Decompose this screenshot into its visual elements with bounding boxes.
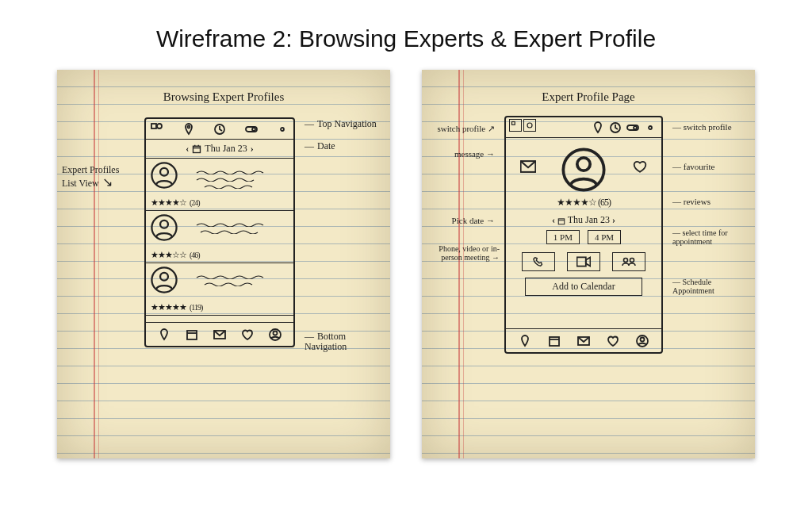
svg-rect-14 <box>187 331 197 339</box>
nav-heart-icon[interactable] <box>241 328 254 341</box>
svg-point-1 <box>157 124 162 128</box>
inperson-meeting-icon[interactable] <box>612 252 645 271</box>
clock-icon <box>213 123 226 136</box>
calendar-icon <box>192 144 201 154</box>
date-picker[interactable]: ‹ Thu Jan 23 › <box>146 140 293 159</box>
toggle-icon <box>245 123 258 136</box>
anno-select-time: — select time for appointment <box>672 228 749 246</box>
svg-point-26 <box>577 158 590 171</box>
video-meeting-icon[interactable] <box>567 252 600 271</box>
notepad-left: Browsing Expert Profiles ‹ Thu Jan 23 › <box>57 70 390 458</box>
anno-reviews: — reviews <box>672 197 710 206</box>
nav-profile-icon[interactable] <box>269 328 282 341</box>
notepad-right: Expert Profile Page ★★★★☆ (65) ‹ Thu Jan… <box>422 70 755 458</box>
time-slot[interactable]: 4 PM <box>588 230 621 244</box>
svg-rect-7 <box>193 146 201 152</box>
meeting-type <box>522 252 645 271</box>
svg-point-13 <box>160 273 168 281</box>
svg-point-2 <box>187 125 190 128</box>
nav-heart-icon[interactable] <box>607 335 619 347</box>
rating: ★★★☆☆(46) <box>151 250 200 260</box>
nav-location-icon[interactable] <box>158 328 170 341</box>
bottom-nav <box>506 328 661 352</box>
anno-date: —Date <box>304 141 335 151</box>
add-calendar-button[interactable]: Add to Calendar <box>525 278 642 296</box>
nav-calendar-icon[interactable] <box>548 335 561 347</box>
svg-point-30 <box>630 259 634 263</box>
svg-rect-22 <box>512 122 515 125</box>
anno-message: message → <box>431 149 495 159</box>
anno-switch-r: — switch profile <box>672 122 732 132</box>
rating: ★★★★★(119) <box>151 302 202 312</box>
svg-point-29 <box>624 259 628 263</box>
avatar-icon <box>151 266 178 293</box>
clock-icon <box>609 121 622 134</box>
page-title: Wireframe 2: Browsing Experts & Expert P… <box>0 0 812 70</box>
message-icon[interactable] <box>520 160 536 173</box>
expert-list-item[interactable]: ★★★★☆(24) <box>146 159 293 211</box>
top-nav <box>146 119 293 140</box>
svg-rect-28 <box>577 257 586 266</box>
svg-point-6 <box>281 128 284 131</box>
sketch-heading-right: Expert Profile Page <box>422 90 755 104</box>
svg-point-34 <box>640 337 644 341</box>
location-icon <box>592 121 604 134</box>
frames-row: Browsing Expert Profiles ‹ Thu Jan 23 › <box>0 70 812 458</box>
switch-profile-icon <box>509 119 522 132</box>
phone-sketch-left: ‹ Thu Jan 23 › ★★★★☆(24) <box>144 117 295 347</box>
toggle-icon <box>626 121 639 134</box>
anno-switch-l: switch profile ↗ <box>431 124 495 133</box>
rating: ★★★★☆ (65) <box>506 197 661 209</box>
svg-point-5 <box>252 128 255 131</box>
anno-pickdate: Pick date → <box>431 216 495 225</box>
svg-point-20 <box>634 126 637 129</box>
expert-list-item[interactable]: ★★★★★(119) <box>146 263 293 316</box>
avatar-icon <box>151 214 178 241</box>
anno-topnav: —Top Navigation <box>304 119 377 129</box>
menu-dot-icon <box>644 121 657 134</box>
switch-profile-icon <box>523 119 536 132</box>
anno-botnav: —Bottom Navigation <box>304 332 390 352</box>
avatar-icon <box>151 162 178 189</box>
expert-avatar <box>561 148 606 192</box>
svg-point-23 <box>527 123 532 128</box>
date-text: Thu Jan 23 <box>205 143 247 155</box>
svg-point-9 <box>160 168 168 176</box>
chevron-left-icon[interactable]: ‹ <box>552 214 555 225</box>
rating: ★★★★☆(24) <box>151 197 200 208</box>
menu-dot-icon <box>276 123 289 136</box>
profile-switch[interactable] <box>509 119 536 132</box>
time-slot[interactable]: 1 PM <box>546 230 580 244</box>
nav-location-icon[interactable] <box>519 335 531 347</box>
svg-rect-27 <box>558 219 565 224</box>
bottom-nav <box>146 322 293 346</box>
phone-sketch-right: ★★★★☆ (65) ‹ Thu Jan 23 › 1 PM 4 PM Add … <box>504 116 663 354</box>
svg-point-21 <box>649 126 652 129</box>
date-picker[interactable]: ‹ Thu Jan 23 › <box>506 214 661 226</box>
expert-list-item[interactable]: ★★★☆☆(46) <box>146 211 293 263</box>
phone-meeting-icon[interactable] <box>522 252 555 271</box>
sketch-heading-left: Browsing Expert Profiles <box>57 90 390 104</box>
favourite-icon[interactable] <box>633 160 647 173</box>
chevron-right-icon[interactable]: › <box>251 143 254 155</box>
location-icon <box>182 123 195 136</box>
chevron-left-icon[interactable]: ‹ <box>186 143 189 155</box>
svg-point-11 <box>160 220 168 228</box>
anno-schedule: — Schedule Appointment <box>672 278 749 295</box>
svg-rect-31 <box>550 337 559 346</box>
anno-fav: — favourite <box>672 162 714 171</box>
nav-mail-icon[interactable] <box>213 328 226 341</box>
anno-list: Expert Profiles List View ↘ <box>62 165 125 190</box>
chevron-right-icon[interactable]: › <box>612 214 615 225</box>
switch-profile-icon <box>151 123 163 136</box>
nav-calendar-icon[interactable] <box>186 328 198 341</box>
svg-rect-0 <box>151 124 156 128</box>
time-slots: 1 PM 4 PM <box>522 230 645 244</box>
anno-meeting: Phone, video or in-person meeting → <box>427 244 500 262</box>
svg-point-17 <box>273 331 277 335</box>
nav-mail-icon[interactable] <box>577 335 590 347</box>
nav-profile-icon[interactable] <box>636 335 649 347</box>
